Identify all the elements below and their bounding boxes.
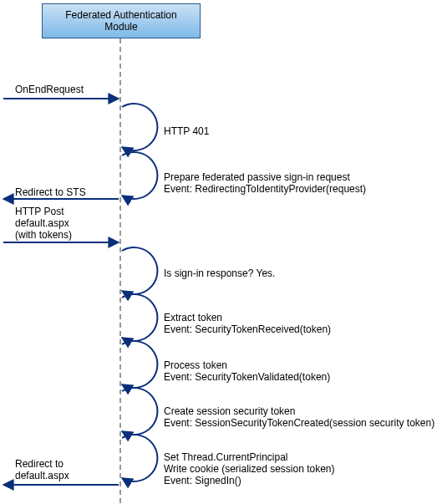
step-prepare-1: Prepare federated passive sign-in reques…	[164, 171, 350, 183]
step-create-1: Create session security token	[164, 405, 295, 417]
step-set-1: Set Thread.CurrentPrincipal	[164, 451, 288, 463]
msg-http-post-2: default.aspx	[15, 217, 69, 229]
participant-title-2: Module	[43, 21, 200, 33]
step-http401: HTTP 401	[164, 125, 209, 137]
msg-http-post-3: (with tokens)	[15, 229, 72, 241]
msg-redirect-sts: Redirect to STS	[15, 186, 86, 198]
msg-http-post-1: HTTP Post	[15, 206, 64, 217]
step-signin: Is sign-in response? Yes.	[164, 267, 275, 279]
msg-redirect-default-1: Redirect to	[15, 458, 64, 470]
step-prepare-2: Event: RedirectingToIdentityProvider(req…	[164, 183, 366, 195]
step-set-2: Write cookie (serialized session token)	[164, 463, 335, 475]
msg-redirect-default-2: default.aspx	[15, 470, 69, 481]
step-extract-1: Extract token	[164, 312, 222, 323]
step-process-2: Event: SecurityTokenValidated(token)	[164, 371, 330, 383]
participant-box: Federated Authentication Module	[42, 3, 201, 38]
msg-on-end-request: OnEndRequest	[15, 84, 84, 95]
step-set-3: Event: SignedIn()	[164, 475, 241, 486]
step-create-2: Event: SessionSecurityTokenCreated(sessi…	[164, 417, 434, 429]
lifeline	[119, 38, 121, 503]
step-process-1: Process token	[164, 359, 227, 371]
participant-title-1: Federated Authentication	[43, 9, 200, 21]
step-extract-2: Event: SecurityTokenReceived(token)	[164, 323, 331, 335]
